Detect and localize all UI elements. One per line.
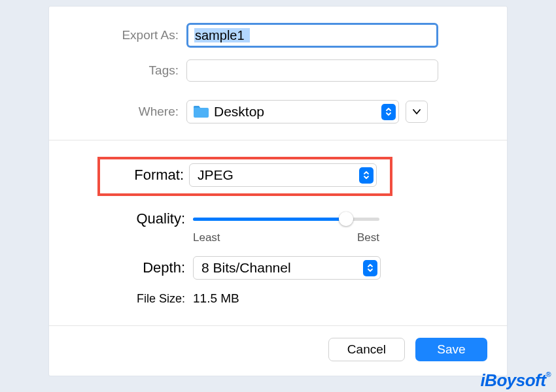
export-file-section: Export As: Tags: Where: Desktop <box>49 7 507 140</box>
cancel-button[interactable]: Cancel <box>328 338 405 361</box>
depth-label: Depth: <box>82 259 193 276</box>
depth-value: 8 Bits/Channel <box>199 260 363 276</box>
export-dialog: Export As: Tags: Where: Desktop <box>49 7 507 376</box>
where-row: Where: Desktop <box>82 100 474 123</box>
where-value: Desktop <box>211 104 381 120</box>
depth-row: Depth: 8 Bits/Channel <box>82 256 474 280</box>
format-highlight: Format: JPEG <box>97 157 392 196</box>
quality-slider[interactable] <box>193 213 379 225</box>
watermark-logo: iBoysoft® <box>480 370 551 391</box>
tags-label: Tags: <box>82 63 186 78</box>
slider-thumb[interactable] <box>339 212 353 226</box>
format-value: JPEG <box>195 167 359 183</box>
tags-row: Tags: <box>82 59 474 82</box>
depth-select[interactable]: 8 Bits/Channel <box>193 256 381 280</box>
export-as-label: Export As: <box>82 28 186 42</box>
filesize-row: File Size: 11.5 MB <box>82 291 474 306</box>
export-as-input[interactable] <box>186 23 438 48</box>
where-label: Where: <box>82 105 186 119</box>
quality-min-label: Least <box>193 231 220 244</box>
quality-scale-labels: Least Best <box>193 231 379 244</box>
updown-icon <box>359 167 374 184</box>
tags-input[interactable] <box>186 59 438 82</box>
quality-row: Quality: Least Best <box>82 210 474 244</box>
format-section: Format: JPEG Quality: Least <box>49 140 507 325</box>
updown-icon <box>381 104 396 120</box>
updown-icon <box>363 260 377 276</box>
format-select[interactable]: JPEG <box>189 163 377 187</box>
chevron-down-icon <box>412 108 421 115</box>
folder-icon <box>192 105 209 119</box>
where-select[interactable]: Desktop <box>186 100 399 123</box>
format-label: Format: <box>104 167 189 184</box>
export-as-row: Export As: <box>82 23 474 48</box>
save-button[interactable]: Save <box>415 338 487 361</box>
filesize-label: File Size: <box>82 292 193 306</box>
quality-max-label: Best <box>357 231 379 244</box>
filesize-value: 11.5 MB <box>193 291 239 306</box>
dialog-buttons: Cancel Save <box>49 326 507 376</box>
quality-label: Quality: <box>82 210 193 227</box>
where-expand-button[interactable] <box>406 101 428 123</box>
